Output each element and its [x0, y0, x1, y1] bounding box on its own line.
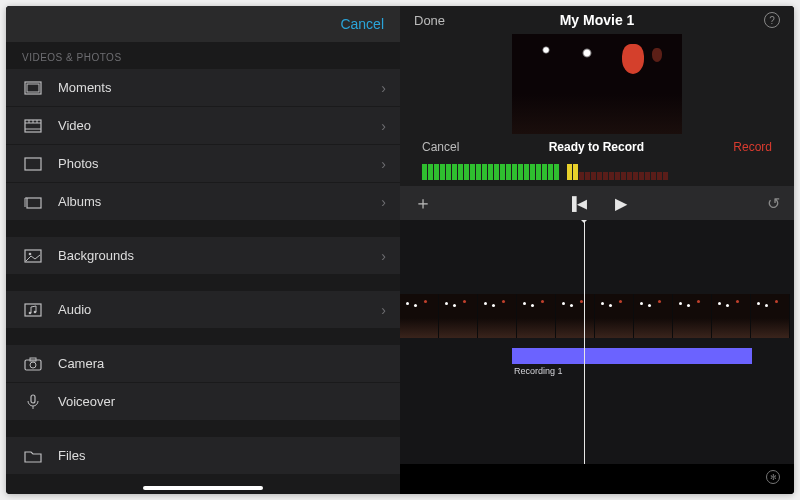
audio-level-meter	[400, 154, 794, 180]
svg-rect-12	[25, 304, 41, 316]
menu-item-moments[interactable]: Moments ›	[6, 69, 400, 107]
preview-lantern	[622, 44, 644, 74]
menu-item-voiceover[interactable]: Voiceover	[6, 383, 400, 421]
editor-header: Done My Movie 1 ?	[400, 6, 794, 28]
svg-point-11	[29, 252, 32, 255]
divider	[6, 221, 400, 237]
menu-label: Files	[58, 448, 85, 463]
playhead[interactable]	[584, 220, 585, 464]
svg-point-16	[30, 362, 36, 368]
clip-thumbnail[interactable]	[478, 294, 517, 338]
svg-rect-9	[27, 198, 41, 208]
menu-label: Audio	[58, 302, 91, 317]
go-to-start-button[interactable]: ▐◀	[567, 196, 586, 211]
divider	[6, 421, 400, 437]
menu-item-files[interactable]: Files	[6, 437, 400, 475]
clip-thumbnail[interactable]	[556, 294, 595, 338]
clip-thumbnail[interactable]	[595, 294, 634, 338]
home-indicator[interactable]	[143, 486, 263, 490]
menu-item-camera[interactable]: Camera	[6, 345, 400, 383]
app-frame: Cancel VIDEOS & PHOTOS Moments › Video ›…	[6, 6, 794, 494]
video-icon	[22, 119, 44, 133]
preview-area: Done My Movie 1 ? Cancel Ready to Record…	[400, 6, 794, 186]
menu-label: Camera	[58, 356, 104, 371]
chevron-right-icon: ›	[381, 194, 386, 210]
menu-label: Albums	[58, 194, 101, 209]
clip-thumbnail[interactable]	[712, 294, 751, 338]
menu-label: Video	[58, 118, 91, 133]
record-button[interactable]: Record	[733, 140, 772, 154]
project-title: My Movie 1	[560, 12, 635, 28]
svg-rect-1	[27, 84, 39, 92]
menu-item-video[interactable]: Video ›	[6, 107, 400, 145]
menu-label: Voiceover	[58, 394, 115, 409]
audio-icon	[22, 303, 44, 317]
menu-label: Photos	[58, 156, 98, 171]
record-status-text: Ready to Record	[549, 140, 644, 154]
done-button[interactable]: Done	[414, 13, 445, 28]
add-media-button[interactable]: ＋	[414, 191, 432, 215]
chevron-right-icon: ›	[381, 80, 386, 96]
chevron-right-icon: ›	[381, 118, 386, 134]
folder-icon	[22, 449, 44, 463]
svg-rect-8	[25, 158, 41, 170]
photos-icon	[22, 157, 44, 171]
menu-item-albums[interactable]: Albums ›	[6, 183, 400, 221]
svg-point-14	[34, 310, 37, 313]
microphone-icon	[22, 394, 44, 410]
timeline[interactable]: Recording 1	[400, 220, 794, 464]
divider	[6, 329, 400, 345]
editor-footer: ✻	[400, 464, 794, 494]
clip-thumbnail[interactable]	[751, 294, 790, 338]
moments-icon	[22, 81, 44, 95]
camera-icon	[22, 357, 44, 371]
help-icon[interactable]: ?	[764, 12, 780, 28]
undo-button[interactable]: ↺	[767, 194, 780, 213]
video-track[interactable]	[400, 294, 794, 338]
clip-thumbnail[interactable]	[517, 294, 556, 338]
preview-lantern	[652, 48, 662, 62]
play-button[interactable]: ▶	[615, 194, 627, 213]
clip-thumbnail[interactable]	[673, 294, 712, 338]
clip-thumbnail[interactable]	[634, 294, 673, 338]
menu-item-backgrounds[interactable]: Backgrounds ›	[6, 237, 400, 275]
chevron-right-icon: ›	[381, 302, 386, 318]
clip-thumbnail[interactable]	[439, 294, 478, 338]
clip-settings-icon[interactable]: ✻	[766, 470, 780, 484]
svg-point-13	[29, 311, 32, 314]
section-header-videos-photos: VIDEOS & PHOTOS	[6, 42, 400, 69]
cancel-button[interactable]: Cancel	[340, 16, 384, 32]
audio-clip-recording[interactable]	[512, 348, 752, 364]
editor-panel: Done My Movie 1 ? Cancel Ready to Record…	[400, 6, 794, 494]
svg-rect-18	[31, 395, 35, 403]
record-cancel-button[interactable]: Cancel	[422, 140, 459, 154]
divider	[6, 275, 400, 291]
record-status-bar: Cancel Ready to Record Record	[400, 134, 794, 154]
preview-light	[582, 48, 592, 58]
browser-header: Cancel	[6, 6, 400, 42]
backgrounds-icon	[22, 249, 44, 263]
albums-icon	[22, 195, 44, 209]
menu-item-photos[interactable]: Photos ›	[6, 145, 400, 183]
menu-label: Moments	[58, 80, 111, 95]
clip-thumbnail[interactable]	[400, 294, 439, 338]
transport-bar: ＋ ▐◀ ▶ ↺	[400, 186, 794, 220]
menu-label: Backgrounds	[58, 248, 134, 263]
chevron-right-icon: ›	[381, 156, 386, 172]
preview-light	[542, 46, 550, 54]
menu-item-audio[interactable]: Audio ›	[6, 291, 400, 329]
media-browser-panel: Cancel VIDEOS & PHOTOS Moments › Video ›…	[6, 6, 400, 494]
video-preview[interactable]	[512, 34, 682, 134]
chevron-right-icon: ›	[381, 248, 386, 264]
audio-clip-label: Recording 1	[514, 366, 563, 376]
